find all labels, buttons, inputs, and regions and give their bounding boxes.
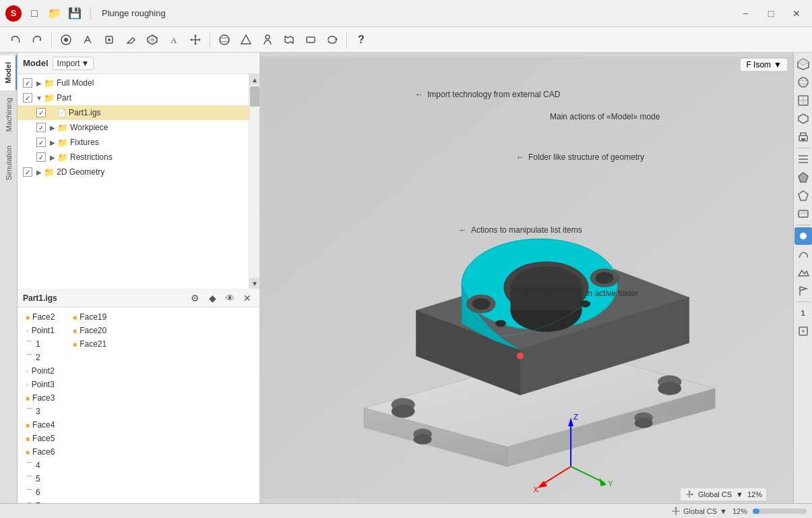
geom-droplet-btn[interactable]: ◆	[206, 291, 219, 305]
tab-machining[interactable]: Machining	[0, 91, 17, 138]
new-file-btn[interactable]: □	[27, 6, 42, 21]
toggle-2dgeom[interactable]: ▶	[34, 169, 44, 176]
curve3-icon: ⌒	[26, 407, 33, 417]
scroll-down-btn[interactable]: ▼	[249, 278, 259, 289]
cs-selector[interactable]: Global CS ▼	[671, 507, 727, 516]
tab-model[interactable]: Model	[0, 55, 17, 90]
geom-settings-btn[interactable]: ⚙	[188, 291, 201, 305]
svg-point-22	[392, 405, 415, 418]
rt-print-btn[interactable]	[794, 128, 812, 146]
toolbar-map[interactable]	[279, 30, 299, 50]
checkbox-fixtures[interactable]	[36, 138, 46, 147]
save-file-btn[interactable]: 💾	[67, 6, 82, 21]
geom-face6[interactable]: ■Face6	[23, 445, 62, 459]
rt-solid-btn[interactable]	[794, 169, 812, 186]
checkbox-fullmodel[interactable]	[23, 78, 32, 88]
toolbar-person[interactable]	[257, 30, 278, 50]
rt-display1-btn[interactable]	[794, 92, 812, 109]
geom-curve3[interactable]: ⌒3	[23, 405, 62, 418]
checkbox-restrictions[interactable]	[36, 152, 46, 162]
geom-face19[interactable]: ■Face19	[70, 310, 109, 324]
toolbar-sketch[interactable]	[77, 30, 98, 50]
svg-point-14	[266, 35, 270, 39]
rt-view-cube[interactable]	[794, 55, 812, 73]
toolbar-move[interactable]	[185, 30, 206, 50]
checkbox-2dgeom[interactable]	[23, 167, 32, 177]
rt-number-btn[interactable]: 1	[794, 304, 812, 322]
arrow-actions: ←	[459, 225, 467, 235]
rt-wire-btn[interactable]	[794, 187, 812, 204]
svg-text:X: X	[533, 486, 538, 494]
toolbar-undo[interactable]	[5, 30, 26, 50]
rt-terrain-mode[interactable]	[794, 264, 812, 281]
checkbox-workpiece[interactable]	[36, 123, 46, 132]
geom-curve2[interactable]: ⌒2	[23, 351, 62, 364]
geom-face2[interactable]: ■Face2	[23, 310, 62, 324]
svg-rect-15	[307, 37, 315, 42]
geom-point2[interactable]: ○Point2	[23, 364, 62, 378]
toggle-workpiece[interactable]: ▶	[48, 124, 57, 132]
toolbar-text[interactable]: A	[164, 30, 184, 50]
view-chevron-icon: ▼	[774, 60, 782, 69]
tree-item-restrictions[interactable]: ▶ 📁 Restrictions	[18, 150, 249, 165]
tree-item-2dgeom[interactable]: ▶ 📁 2D Geometry	[18, 165, 249, 179]
toolbar-select[interactable]	[56, 30, 76, 50]
tree-item-part[interactable]: ▼ 📁 Part	[18, 90, 249, 105]
geom-close-btn[interactable]: ✕	[241, 291, 254, 305]
toolbar-refresh[interactable]	[322, 30, 342, 50]
geom-face21[interactable]: ■Face21	[70, 337, 109, 351]
scroll-thumb[interactable]	[250, 86, 259, 107]
geom-curve4[interactable]: ⌒4	[23, 459, 62, 472]
tree-scrollbar[interactable]: ▲ ▼	[249, 74, 259, 289]
geom-eye-btn[interactable]: 👁	[223, 291, 237, 305]
viewport[interactable]: Z X Y ← Import technology from external …	[260, 53, 793, 503]
toolbar-rect[interactable]	[301, 30, 321, 50]
tree-item-fixtures[interactable]: ▶ 📁 Fixtures	[18, 135, 249, 150]
checkbox-part1igs[interactable]	[36, 108, 46, 117]
geom-face4[interactable]: ■Face4	[23, 418, 62, 432]
geom-face3[interactable]: ■Face3	[23, 391, 62, 405]
help-btn[interactable]: ?	[351, 30, 371, 50]
view-selector[interactable]: F Isom ▼	[740, 58, 788, 71]
toolbar-cube[interactable]	[142, 30, 162, 50]
tree-item-workpiece[interactable]: ▶ 📁 Workpiece	[18, 120, 249, 135]
toggle-fixtures[interactable]: ▶	[48, 139, 57, 146]
toggle-fullmodel[interactable]: ▶	[34, 80, 44, 87]
open-file-btn[interactable]: 📁	[47, 6, 62, 21]
geom-point1[interactable]: ○Point1	[23, 324, 62, 337]
checkbox-part[interactable]	[23, 93, 32, 103]
rt-flag-mode[interactable]	[794, 282, 812, 299]
toolbar-redo[interactable]	[27, 30, 47, 50]
rt-curve-mode[interactable]	[794, 246, 812, 263]
toggle-restrictions[interactable]: ▶	[48, 154, 57, 161]
toolbar-sphere[interactable]	[214, 30, 235, 50]
rt-extra-btn[interactable]	[794, 322, 812, 340]
scroll-up-btn[interactable]: ▲	[249, 74, 259, 85]
geom-face20[interactable]: ■Face20	[70, 324, 109, 337]
rt-point-mode[interactable]	[794, 227, 812, 245]
toggle-part[interactable]: ▼	[34, 94, 44, 102]
geom-curve1[interactable]: ⌒1	[23, 337, 62, 351]
tree-item-fullmodel[interactable]: ▶ 📁 Full Model	[18, 76, 249, 90]
toolbar-pen[interactable]	[121, 30, 141, 50]
close-btn[interactable]: ✕	[786, 3, 807, 24]
rt-shade-btn[interactable]	[794, 205, 812, 223]
import-chevron-icon: ▼	[82, 59, 90, 68]
rt-lines-btn[interactable]	[794, 150, 812, 168]
tab-simulation[interactable]: Simulation	[0, 139, 17, 187]
toolbar-cone[interactable]	[236, 30, 256, 50]
rt-display2-btn[interactable]	[794, 110, 812, 127]
minimize-btn[interactable]: −	[735, 3, 755, 24]
geom-face5[interactable]: ■Face5	[23, 432, 62, 445]
geom-curve6[interactable]: ⌒6	[23, 486, 62, 499]
rt-sphere-btn[interactable]	[794, 74, 812, 91]
tree-item-part1igs[interactable]: 📄 Part1.igs	[18, 105, 249, 120]
toolbar-transform[interactable]	[99, 30, 119, 50]
geom-curve5[interactable]: ⌒5	[23, 472, 62, 486]
cs-icon	[685, 490, 694, 499]
maximize-btn[interactable]: □	[761, 3, 781, 24]
curve6-icon: ⌒	[26, 488, 33, 498]
geom-point3[interactable]: ○Point3	[23, 378, 62, 391]
label-workpiece: Workpiece	[70, 123, 108, 132]
import-btn[interactable]: Import ▼	[53, 57, 94, 70]
